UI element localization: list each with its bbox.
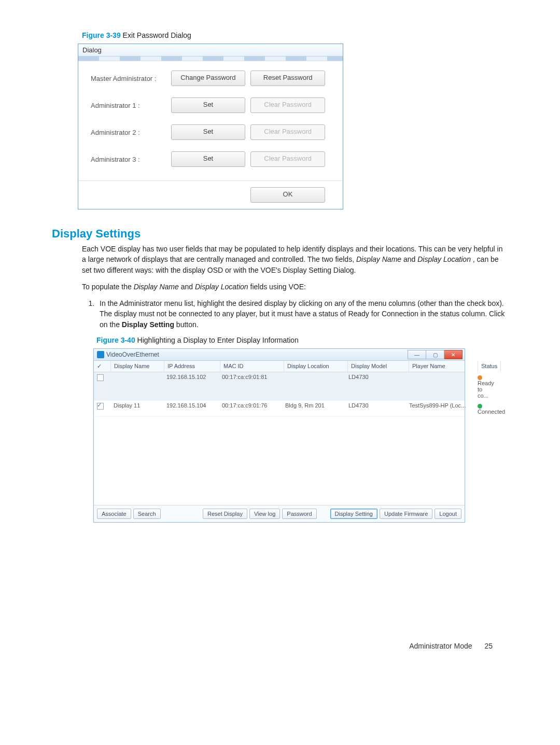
table-row[interactable]: 192.168.15.102 00:17:ca:c9:01:81 LD4730 … <box>94 372 465 401</box>
step-list: In the Administrator menu list, highligh… <box>82 298 508 330</box>
row1-status: Ready to co... <box>474 372 497 400</box>
reset-display-button[interactable]: Reset Display <box>203 509 247 519</box>
status-dot-connected-icon <box>478 404 482 409</box>
figure-40-number: Figure 3-40 <box>96 336 135 344</box>
footer-page-number: 25 <box>484 642 493 650</box>
voe-window: VideoOverEthernet — ▢ ✕ ✓ Display Name I… <box>93 348 465 523</box>
logout-button[interactable]: Logout <box>435 509 461 519</box>
update-firmware-button[interactable]: Update Firmware <box>380 509 432 519</box>
col-mac[interactable]: MAC ID <box>220 361 284 372</box>
maximize-button[interactable]: ▢ <box>426 350 444 359</box>
table-row[interactable]: Display 11 192.168.15.104 00:17:ca:c9:01… <box>94 401 465 417</box>
search-button[interactable]: Search <box>133 509 161 519</box>
paragraph-1: Each VOE display has two user fields tha… <box>82 244 508 275</box>
clear-password-button-1: Clear Password <box>250 97 325 113</box>
figure-39-number: Figure 3-39 <box>82 31 121 39</box>
label-admin-2: Administrator 2 : <box>91 129 171 136</box>
associate-button[interactable]: Associate <box>97 509 131 519</box>
step-1: In the Administrator menu list, highligh… <box>96 298 508 330</box>
clear-password-button-2: Clear Password <box>250 124 325 140</box>
figure-40-title: Highlighting a Display to Enter Display … <box>137 336 299 344</box>
voe-empty-area <box>94 417 465 505</box>
footer-label: Administrator Mode <box>409 642 472 650</box>
window-controls: — ▢ ✕ <box>408 350 463 359</box>
view-log-button[interactable]: View log <box>249 509 280 519</box>
col-check[interactable]: ✓ <box>94 361 111 372</box>
dialog-titlebar: Dialog <box>78 44 343 57</box>
figure-39-caption: Figure 3-39 Exit Password Dialog <box>82 31 508 39</box>
col-status[interactable]: Status <box>478 361 501 372</box>
col-display-name[interactable]: Display Name <box>111 361 164 372</box>
voe-footer: Associate Search Reset Display View log … <box>94 505 465 522</box>
label-admin-1: Administrator 1 : <box>91 102 171 109</box>
page-footer: Administrator Mode 25 <box>52 642 508 650</box>
voe-app-icon <box>97 351 104 358</box>
change-password-button[interactable]: Change Password <box>171 71 246 86</box>
close-button[interactable]: ✕ <box>444 350 463 359</box>
voe-window-title: VideoOverEthernet <box>106 351 159 358</box>
set-button-3[interactable]: Set <box>171 151 246 167</box>
reset-password-button[interactable]: Reset Password <box>250 71 325 86</box>
exit-password-dialog: Dialog Master Administrator : Change Pas… <box>78 44 343 209</box>
label-master-admin: Master Administrator : <box>91 75 171 82</box>
set-button-2[interactable]: Set <box>171 124 246 140</box>
display-setting-button[interactable]: Display Setting <box>330 509 377 519</box>
col-ip[interactable]: IP Address <box>164 361 220 372</box>
col-model[interactable]: Display Model <box>348 361 409 372</box>
section-heading-display-settings: Display Settings <box>52 227 508 241</box>
col-location[interactable]: Display Location <box>284 361 348 372</box>
status-dot-ready-icon <box>478 375 482 380</box>
label-admin-3: Administrator 3 : <box>91 156 171 163</box>
set-button-1[interactable]: Set <box>171 97 246 113</box>
figure-40-caption: Figure 3-40 Highlighting a Display to En… <box>96 336 508 344</box>
col-player[interactable]: Player Name <box>409 361 478 372</box>
dialog-decor <box>78 57 343 61</box>
clear-password-button-3: Clear Password <box>250 151 325 167</box>
row2-checkbox[interactable] <box>97 403 104 410</box>
row-admin-1: Administrator 1 : Set Clear Password <box>91 97 330 113</box>
row-admin-2: Administrator 2 : Set Clear Password <box>91 124 330 140</box>
voe-column-headers[interactable]: ✓ Display Name IP Address MAC ID Display… <box>94 361 465 372</box>
voe-titlebar: VideoOverEthernet — ▢ ✕ <box>94 349 465 361</box>
password-button[interactable]: Password <box>282 509 316 519</box>
row-admin-3: Administrator 3 : Set Clear Password <box>91 151 330 167</box>
row1-checkbox[interactable] <box>97 374 104 381</box>
row-master-admin: Master Administrator : Change Password R… <box>91 71 330 86</box>
minimize-button[interactable]: — <box>408 350 426 359</box>
row2-status: Connected <box>474 401 508 416</box>
ok-button[interactable]: OK <box>250 187 325 203</box>
paragraph-2: To populate the Display Name and Display… <box>82 282 508 292</box>
